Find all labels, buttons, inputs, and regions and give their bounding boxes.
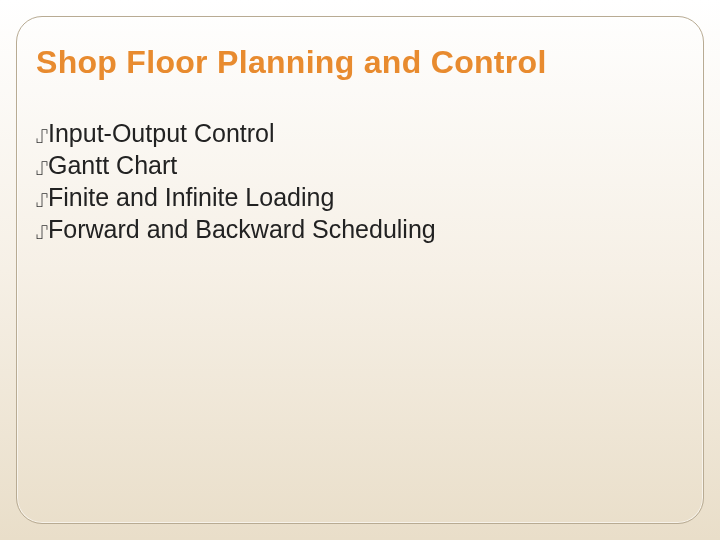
bullet-icon: ⑀ xyxy=(36,188,48,212)
slide: Shop Floor Planning and Control ⑀ Input-… xyxy=(0,0,720,540)
list-item: ⑀ Gantt Chart xyxy=(36,150,684,180)
list-item-text: Finite and Infinite Loading xyxy=(48,182,334,212)
list-item: ⑀ Input-Output Control xyxy=(36,118,684,148)
bullet-icon: ⑀ xyxy=(36,220,48,244)
bullet-icon: ⑀ xyxy=(36,156,48,180)
list-item-text: Input-Output Control xyxy=(48,118,275,148)
list-item-text: Gantt Chart xyxy=(48,150,177,180)
list-item-text: Forward and Backward Scheduling xyxy=(48,214,436,244)
bullet-icon: ⑀ xyxy=(36,124,48,148)
slide-title: Shop Floor Planning and Control xyxy=(36,44,684,81)
slide-body: ⑀ Input-Output Control ⑀ Gantt Chart ⑀ F… xyxy=(36,118,684,246)
list-item: ⑀ Finite and Infinite Loading xyxy=(36,182,684,212)
list-item: ⑀ Forward and Backward Scheduling xyxy=(36,214,684,244)
slide-border xyxy=(16,16,704,524)
